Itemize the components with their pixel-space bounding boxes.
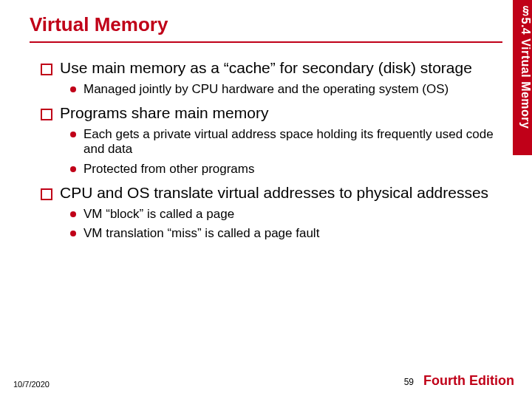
bullet-level2: VM translation “miss” is called a page f… — [70, 226, 495, 241]
bullet-level1: Use main memory as a “cache” for seconda… — [41, 59, 495, 78]
bullet-text: VM “block” is called a page — [83, 207, 234, 222]
footer-date: 10/7/2020 — [13, 380, 50, 389]
dot-icon — [70, 231, 76, 236]
slide: §5.4 Virtual Memory Virtual Memory Use m… — [0, 0, 532, 399]
hollow-square-icon — [41, 109, 52, 120]
bullet-text: Use main memory as a “cache” for seconda… — [60, 59, 472, 78]
dot-icon — [70, 86, 76, 92]
bullet-level1: Programs share main memory — [41, 104, 495, 123]
hollow-square-icon — [41, 64, 52, 75]
bullet-level1: CPU and OS translate virtual addresses t… — [41, 184, 495, 202]
footer-edition: Fourth Edition — [423, 373, 514, 389]
slide-title: Virtual Memory — [0, 0, 532, 39]
footer: 10/7/2020 59 Fourth Edition — [0, 371, 532, 389]
bullet-level2: VM “block” is called a page — [70, 207, 495, 222]
bullet-text: Managed jointly by CPU hardware and the … — [83, 82, 449, 97]
hollow-square-icon — [41, 188, 52, 200]
content-area: Use main memory as a “cache” for seconda… — [0, 43, 532, 242]
bullet-text: Each gets a private virtual address spac… — [83, 127, 495, 157]
bullet-text: CPU and OS translate virtual addresses t… — [60, 184, 488, 202]
dot-icon — [70, 211, 76, 217]
bullet-level2: Each gets a private virtual address spac… — [70, 127, 495, 157]
bullet-level2: Protected from other programs — [70, 162, 495, 177]
bullet-text: VM translation “miss” is called a page f… — [83, 226, 319, 241]
footer-page-number: 59 — [404, 377, 414, 387]
dot-icon — [70, 132, 76, 137]
dot-icon — [70, 166, 76, 172]
bullet-text: Programs share main memory — [60, 104, 268, 123]
bullet-level2: Managed jointly by CPU hardware and the … — [70, 82, 495, 97]
bullet-text: Protected from other programs — [83, 162, 254, 177]
chapter-tab: §5.4 Virtual Memory — [513, 0, 532, 155]
